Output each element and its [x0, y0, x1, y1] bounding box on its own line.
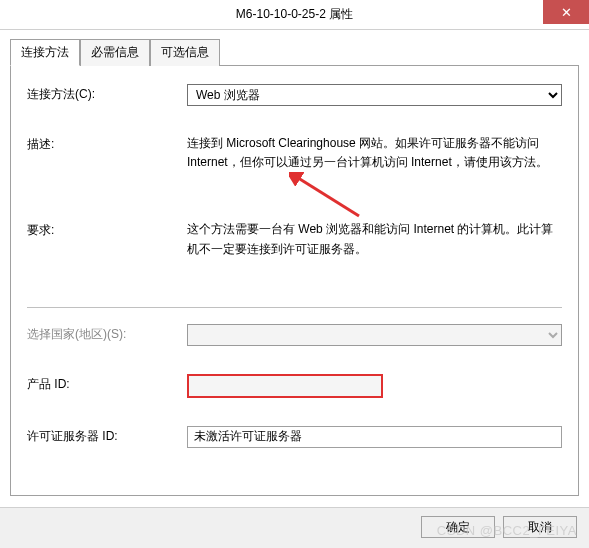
- row-connection-method: 连接方法(C): Web 浏览器: [27, 84, 562, 106]
- row-description: 描述: 连接到 Microsoft Clearinghouse 网站。如果许可证…: [27, 134, 562, 172]
- requirements-text: 这个方法需要一台有 Web 浏览器和能访问 Internet 的计算机。此计算机…: [187, 220, 562, 258]
- license-server-id-field: [187, 426, 562, 448]
- product-id-highlight-box: [187, 374, 383, 398]
- close-button[interactable]: ✕: [543, 0, 589, 24]
- description-label: 描述:: [27, 134, 187, 172]
- country-select: [187, 324, 562, 346]
- tab-connection-method[interactable]: 连接方法: [10, 39, 80, 66]
- row-requirements: 要求: 这个方法需要一台有 Web 浏览器和能访问 Internet 的计算机。…: [27, 220, 562, 258]
- connection-method-field: Web 浏览器: [187, 84, 562, 106]
- requirements-label: 要求:: [27, 220, 187, 258]
- product-id-field: [187, 374, 562, 398]
- description-text: 连接到 Microsoft Clearinghouse 网站。如果许可证服务器不…: [187, 134, 562, 172]
- country-label: 选择国家(地区)(S):: [27, 324, 187, 346]
- country-field: [187, 324, 562, 346]
- row-license-server-id: 许可证服务器 ID:: [27, 426, 562, 448]
- product-id-label: 产品 ID:: [27, 374, 187, 398]
- watermark-text: CSDN @BCC2_FEIYA: [437, 523, 577, 538]
- svg-line-1: [295, 176, 359, 216]
- separator-line: [27, 307, 562, 308]
- close-icon: ✕: [561, 5, 572, 20]
- tab-panel: 连接方法(C): Web 浏览器 描述: 连接到 Microsoft Clear…: [10, 66, 579, 496]
- dialog-content: 连接方法 必需信息 可选信息 连接方法(C): Web 浏览器 描述: 连接到 …: [0, 30, 589, 496]
- tab-strip: 连接方法 必需信息 可选信息: [10, 38, 579, 66]
- license-server-id-label: 许可证服务器 ID:: [27, 426, 187, 448]
- connection-method-label: 连接方法(C):: [27, 84, 187, 106]
- annotation-arrow-icon: [289, 172, 369, 222]
- tab-optional-info[interactable]: 可选信息: [150, 39, 220, 66]
- window-title: M6-10-10-0-25-2 属性: [0, 6, 589, 23]
- license-server-id-input[interactable]: [187, 426, 562, 448]
- row-product-id: 产品 ID:: [27, 374, 562, 398]
- connection-method-select[interactable]: Web 浏览器: [187, 84, 562, 106]
- row-country: 选择国家(地区)(S):: [27, 324, 562, 346]
- tab-required-info[interactable]: 必需信息: [80, 39, 150, 66]
- title-bar: M6-10-10-0-25-2 属性 ✕: [0, 0, 589, 30]
